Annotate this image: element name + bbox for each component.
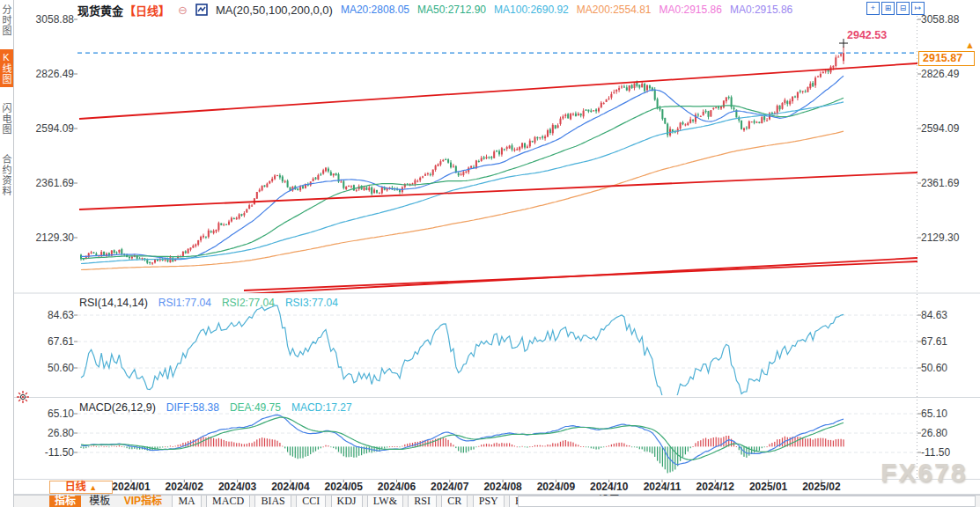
rsi-title: RSI(14,14,14)	[79, 297, 148, 309]
indicator-chart-icon	[195, 4, 208, 16]
ma100-value: MA100:2690.92	[494, 4, 569, 16]
macd-title: MACD(26,12,9)	[79, 401, 156, 414]
rsi1-value: RSI1:77.04	[158, 297, 211, 309]
sidebar-item-kline[interactable]: K线图	[0, 49, 13, 87]
chart-tool-icons: + ⊞ ⊟ ↦	[866, 2, 925, 15]
chart-canvas[interactable]	[0, 0, 980, 507]
price-axis-label: 2594.09	[921, 122, 959, 135]
price-axis-label: 2826.49	[14, 68, 74, 80]
sidebar-item-contract-info[interactable]: 合约资料	[0, 151, 13, 199]
x-axis-date-label: 2025/02	[793, 481, 850, 493]
x-axis-date-label: 2024/02	[156, 481, 212, 493]
toolbar-item-rsi[interactable]: RSI	[408, 496, 437, 507]
macd-axis-label: 65.10	[921, 408, 947, 420]
toolbar-item-templates[interactable]: 模板	[84, 496, 115, 507]
period-selector-label: 日线	[65, 481, 86, 493]
x-axis-date-label: 2024/09	[527, 481, 584, 493]
ma-params-label: MA(20,50,100,200,0,0)	[216, 4, 333, 17]
x-axis-date-label: 2024/10	[581, 481, 637, 493]
rsi-axis-label: 67.61	[14, 335, 74, 348]
chart-header: 现货黄金【日线】 ⊖ MA(20,50,100,200,0,0) MA20:28…	[77, 3, 792, 17]
rsi2-value: RSI2:77.04	[222, 297, 275, 309]
collapse-icon[interactable]: ⊖	[178, 4, 188, 17]
macd-axis-label: 26.80	[14, 427, 74, 439]
price-axis-label: 2826.49	[921, 68, 959, 80]
sidebar-item-timeshare[interactable]: 分时图	[0, 2, 13, 39]
toolbar-item-kdj[interactable]: KDJ	[331, 496, 363, 507]
toolbar-item-cr[interactable]: CR	[441, 496, 468, 507]
period-tag: 【日线】	[124, 2, 170, 18]
price-axis-label: 2361.69	[14, 177, 74, 189]
dea-value: DEA:49.75	[230, 401, 281, 414]
x-axis-date-label: 2024/05	[315, 481, 372, 493]
x-axis-date-label: 2024/07	[422, 481, 478, 493]
toolbar-empty-field	[518, 496, 976, 507]
price-axis-label: 2594.09	[14, 122, 74, 135]
x-axis-date-label: 2024/12	[687, 481, 743, 493]
toolbar-item-vip-indicators[interactable]: VIP指标	[119, 496, 167, 507]
sidebar-item-lightning[interactable]: 闪电图	[0, 100, 13, 137]
chart-application: 分时图 K线图 闪电图 合约资料 现货黄金【日线】 ⊖ MA(20,50,100…	[0, 0, 980, 507]
macd-axis-label: 26.80	[921, 427, 947, 439]
current-price-box: 2915.87	[918, 51, 975, 66]
x-axis-date-label: 2024/08	[475, 481, 531, 493]
rsi-axis-label: 50.60	[921, 362, 947, 374]
rsi-panel-header: RSI(14,14,14) RSI1:77.04 RSI2:77.04 RSI3…	[79, 297, 338, 309]
macd-value: MACD:17.27	[291, 401, 352, 414]
toolbar-item-indicators[interactable]: 指标	[49, 496, 81, 507]
crosshair-icon[interactable]: +	[866, 2, 880, 15]
macd-panel-header: MACD(26,12,9) DIFF:58.38 DEA:49.75 MACD:…	[79, 401, 352, 414]
x-axis-date-label: 2024/03	[210, 481, 266, 493]
toolbar-item-macd[interactable]: MACD	[206, 496, 250, 507]
chart-type-sidebar: 分时图 K线图 闪电图 合约资料	[0, 0, 14, 507]
rsi-axis-label: 67.61	[921, 335, 947, 348]
price-axis-label: 2129.30	[14, 231, 74, 244]
session-high-label: 2942.53	[847, 29, 887, 41]
macd-axis-label: -11.50	[921, 446, 950, 459]
toolbar-item-cci[interactable]: CCI	[296, 496, 326, 507]
macd-axis-label: 65.10	[14, 408, 74, 420]
toolbar-item-psy[interactable]: PSY	[473, 496, 505, 507]
x-axis-date-label: 2024/06	[369, 481, 425, 493]
diff-value: DIFF:58.38	[166, 401, 219, 414]
period-up-arrow-icon: ▲	[89, 483, 97, 492]
zoom-in-icon[interactable]: ⊞	[881, 2, 895, 15]
zoom-out-icon[interactable]: ⊟	[896, 2, 910, 15]
macd-axis-label: -11.50	[14, 446, 74, 459]
ma50-value: MA50:2712.90	[417, 4, 486, 16]
watermark: FX678	[881, 458, 967, 488]
ma0-value-2: MA0:2915.86	[730, 4, 792, 16]
price-axis-label: 3058.88	[921, 13, 959, 26]
price-axis-label: 2361.69	[921, 177, 959, 189]
ma0-value-1: MA0:2915.86	[659, 4, 722, 16]
rsi-axis-label: 50.60	[14, 362, 74, 374]
rsi-axis-label: 84.63	[921, 309, 947, 321]
period-selector[interactable]: 日线 ▲	[49, 481, 113, 494]
ma200-value: MA200:2554.81	[577, 4, 652, 16]
rsi-axis-label: 84.63	[14, 309, 74, 321]
x-axis-date-label: 2024/04	[262, 481, 319, 493]
price-axis-label: 3058.88	[14, 13, 74, 26]
toolbar-item-bias[interactable]: BIAS	[254, 496, 291, 507]
ma20-value: MA20:2808.05	[341, 4, 409, 16]
price-axis-label: 2129.30	[921, 231, 959, 244]
price-up-arrow-icon: ▲	[965, 40, 975, 50]
x-axis-date-label: 2025/01	[741, 481, 797, 493]
x-axis-date-label: 2024/11	[634, 481, 690, 493]
toolbar-item-ma[interactable]: MA	[172, 496, 201, 507]
symbol-name: 现货黄金	[77, 2, 123, 18]
toolbar-item-lw[interactable]: LW&	[367, 496, 403, 507]
rsi3-value: RSI3:77.04	[285, 297, 338, 309]
